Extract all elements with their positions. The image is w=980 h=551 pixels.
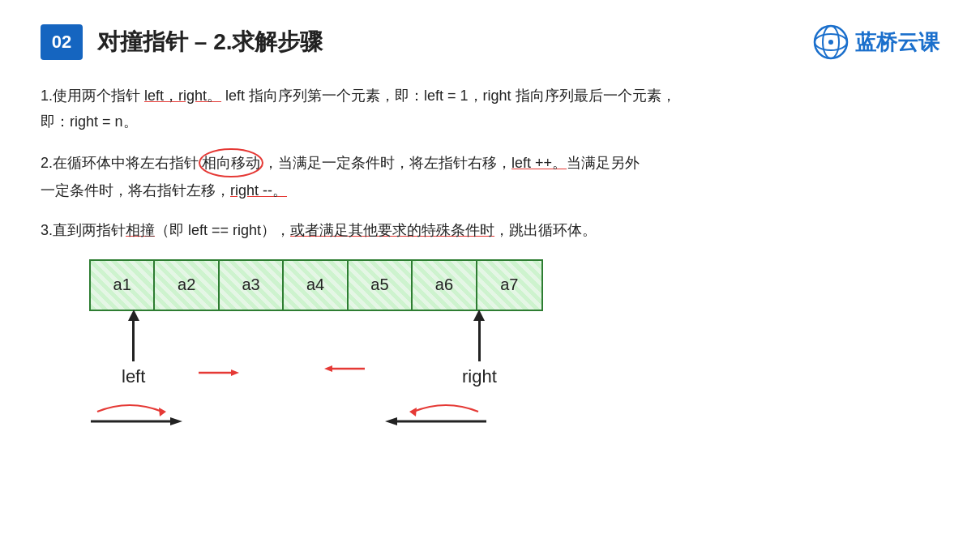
array-diagram: a1 a2 a3 a4 a5 a6 a7 left right <box>73 259 939 438</box>
paragraph-3: 3.直到两指针相撞（即 left == right），或者满足其他要求的特殊条件… <box>41 217 939 243</box>
left-keyword: left， <box>144 88 178 104</box>
arrows-svg <box>73 259 576 438</box>
header: 02 对撞指针 – 2.求解步骤 蓝桥云课 <box>41 24 939 60</box>
right-keyword: right。 <box>178 88 221 104</box>
header-left: 02 对撞指针 – 2.求解步骤 <box>41 24 323 60</box>
logo-text: 蓝桥云课 <box>855 28 939 57</box>
svg-marker-10 <box>159 408 166 416</box>
svg-marker-5 <box>231 369 239 376</box>
collision-text: 相撞 <box>126 222 155 238</box>
left-pp: left ++。 <box>511 155 567 171</box>
number-badge: 02 <box>41 24 83 60</box>
logo: 蓝桥云课 <box>813 24 939 60</box>
paragraph-2: 2.在循环体中将左右指针相向移动，当满足一定条件时，将左指针右移，left ++… <box>41 148 939 204</box>
logo-icon <box>813 24 849 60</box>
paragraph-1: 1.使用两个指针 left，right。 left 指向序列第一个元素，即：le… <box>41 83 939 135</box>
circled-text: 相向移动 <box>199 148 263 177</box>
page: 02 对撞指针 – 2.求解步骤 蓝桥云课 1.使用两个指针 left，righ… <box>0 0 980 551</box>
right-mm: right --。 <box>230 182 287 199</box>
svg-point-3 <box>828 40 833 45</box>
svg-marker-12 <box>385 417 397 425</box>
svg-marker-7 <box>324 365 332 372</box>
special-cond: 或者满足其他要求的特殊条件时 <box>290 222 494 238</box>
content: 1.使用两个指针 left，right。 left 指向序列第一个元素，即：le… <box>41 83 939 243</box>
page-title: 对撞指针 – 2.求解步骤 <box>97 27 323 58</box>
svg-marker-13 <box>409 408 417 416</box>
svg-marker-9 <box>170 417 182 425</box>
